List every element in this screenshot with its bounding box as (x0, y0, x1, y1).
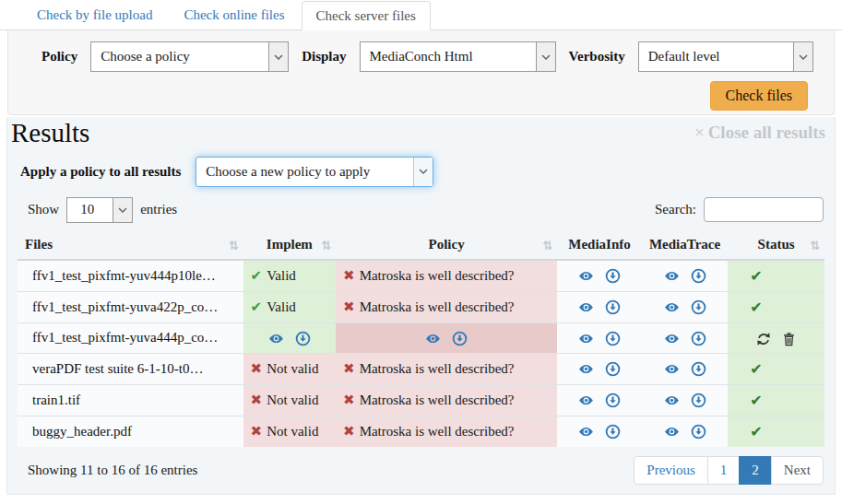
check-tabs: Check by file uploadCheck online filesCh… (0, 0, 842, 30)
download-circle-icon[interactable] (605, 361, 621, 377)
display-label: Display (302, 49, 346, 64)
sort-icon[interactable]: ⇅ (810, 239, 819, 252)
eye-icon[interactable] (664, 268, 680, 284)
page-next[interactable]: Next (771, 456, 824, 485)
eye-icon[interactable] (425, 331, 441, 346)
table-row: train1.tif✖Not valid✖Matroska is well de… (18, 384, 824, 416)
page-2[interactable]: 2 (739, 456, 772, 485)
cross-icon: ✖ (343, 392, 355, 408)
eye-icon[interactable] (578, 331, 594, 346)
policy-label: Policy (42, 49, 77, 64)
download-circle-icon[interactable] (605, 299, 621, 315)
eye-icon[interactable] (578, 361, 594, 377)
sort-icon[interactable]: ⇅ (321, 239, 330, 252)
verbosity-select[interactable]: Default level (638, 41, 813, 72)
implem-cell: ✖Not valid (243, 353, 336, 384)
show-label: Show (28, 202, 59, 217)
eye-icon[interactable] (664, 299, 680, 315)
column-header-status[interactable]: Status⇅ (728, 230, 824, 260)
tab-check-server-files[interactable]: Check server files (302, 1, 431, 30)
check-icon: ✔ (750, 267, 762, 285)
download-circle-icon[interactable] (691, 331, 706, 346)
results-panel: Results ×Close all results Apply a polic… (6, 117, 836, 495)
page-previous[interactable]: Previous (634, 456, 708, 485)
cross-icon: ✖ (251, 392, 263, 408)
download-circle-icon[interactable] (691, 424, 706, 440)
eye-icon[interactable] (664, 393, 680, 408)
table-body: ffv1_test_pixfmt-yuv444p10le…✔Valid✖Matr… (18, 260, 824, 447)
mediatrace-cell (642, 416, 728, 447)
download-circle-icon[interactable] (295, 331, 311, 346)
column-header-files[interactable]: Files⇅ (18, 230, 243, 260)
file-name-cell: buggy_header.pdf (18, 416, 243, 447)
policy-select[interactable]: Choose a policy (90, 41, 289, 72)
download-circle-icon[interactable] (605, 268, 621, 284)
implem-cell: ✔Valid (243, 291, 336, 322)
page-1[interactable]: 1 (707, 456, 741, 485)
eye-icon[interactable] (664, 361, 680, 377)
check-icon: ✔ (750, 299, 762, 316)
column-header-implem[interactable]: Implem⇅ (243, 230, 336, 260)
eye-icon[interactable] (578, 299, 594, 315)
check-icon: ✔ (750, 423, 762, 440)
display-select-value: MediaConch Html (361, 49, 482, 64)
apply-policy-label: Apply a policy to all results (20, 164, 181, 180)
trash-icon[interactable] (782, 332, 796, 346)
download-circle-icon[interactable] (691, 299, 706, 315)
eye-icon[interactable] (578, 268, 594, 284)
close-all-results-button[interactable]: ×Close all results (694, 123, 825, 143)
tab-check-online-files[interactable]: Check online files (169, 0, 299, 29)
show-entries-select[interactable]: 10 (66, 197, 133, 223)
mediainfo-cell (557, 322, 642, 353)
display-select[interactable]: MediaConch Html (360, 41, 556, 72)
status-cell: ✔ (728, 416, 824, 447)
search-input[interactable] (704, 197, 824, 222)
chevron-down-icon (793, 42, 812, 71)
mediainfo-cell (557, 416, 642, 447)
apply-policy-select[interactable]: Choose a new policy to apply (196, 157, 433, 187)
chevron-down-icon (536, 42, 555, 71)
implem-cell: ✖Not valid (243, 416, 336, 447)
file-name-cell: ffv1_test_pixfmt-yuva444p_co… (18, 322, 243, 353)
mediainfo-cell (557, 291, 642, 322)
file-name-cell: train1.tif (18, 384, 243, 416)
download-circle-icon[interactable] (605, 424, 621, 440)
status-cell (728, 322, 824, 353)
mediatrace-cell (642, 291, 728, 322)
refresh-icon[interactable] (756, 332, 771, 346)
sort-icon[interactable]: ⇅ (542, 239, 551, 252)
eye-icon[interactable] (578, 393, 594, 408)
eye-icon[interactable] (268, 331, 284, 346)
check-server-files-panel: Policy Choose a policy Display MediaConc… (7, 30, 835, 115)
mediatrace-cell (642, 353, 728, 384)
download-circle-icon[interactable] (691, 268, 706, 284)
implem-cell: ✖Not valid (243, 384, 336, 416)
download-circle-icon[interactable] (691, 393, 706, 408)
column-header-policy[interactable]: Policy⇅ (336, 230, 557, 260)
eye-icon[interactable] (664, 331, 680, 346)
download-circle-icon[interactable] (691, 361, 706, 377)
policy-cell: ✖Matroska is well described? (336, 353, 557, 384)
cross-icon: ✖ (343, 267, 355, 284)
tab-check-by-file-upload[interactable]: Check by file upload (22, 0, 167, 29)
close-icon: × (694, 123, 705, 142)
policy-cell: ✖Matroska is well described? (336, 416, 557, 447)
verbosity-select-value: Default level (639, 49, 729, 64)
apply-policy-select-value: Choose a new policy to apply (196, 164, 379, 180)
mediatrace-cell (642, 322, 728, 353)
download-circle-icon[interactable] (452, 331, 468, 346)
eye-icon[interactable] (664, 424, 680, 440)
eye-icon[interactable] (578, 424, 594, 440)
download-circle-icon[interactable] (605, 331, 621, 346)
table-row: ffv1_test_pixfmt-yuva422p_co…✔Valid✖Matr… (18, 291, 824, 322)
sort-icon[interactable]: ⇅ (229, 239, 238, 252)
chevron-down-icon (113, 198, 132, 222)
check-files-button[interactable]: Check files (710, 81, 808, 111)
table-row: ffv1_test_pixfmt-yuva444p_co… (18, 322, 824, 353)
download-circle-icon[interactable] (605, 393, 621, 408)
results-table: Files⇅Implem⇅Policy⇅MediaInfoMediaTraceS… (18, 230, 824, 447)
implem-cell (243, 322, 336, 353)
check-icon: ✔ (750, 360, 762, 378)
results-title: Results (11, 119, 89, 148)
policy-select-value: Choose a policy (91, 49, 199, 64)
